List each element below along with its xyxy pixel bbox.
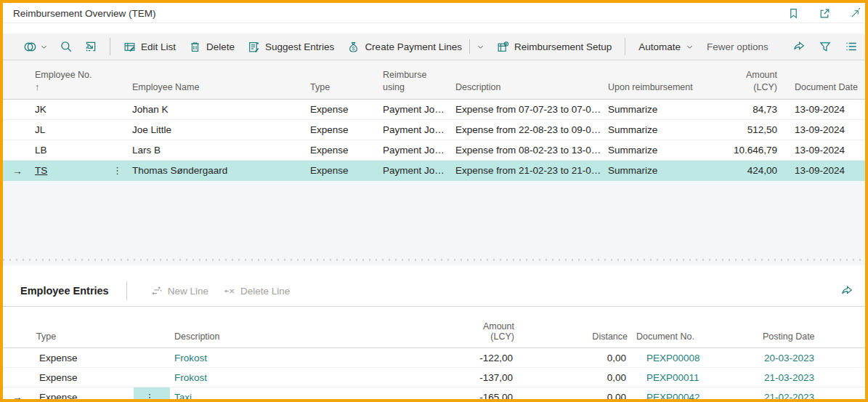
reimbursement-setup-button[interactable]: Reimbursement Setup bbox=[490, 36, 618, 57]
employee-no-link[interactable]: TS bbox=[35, 165, 47, 176]
row-menu-icon[interactable]: ⋮ bbox=[113, 165, 126, 176]
cell-document-date[interactable]: 13-09-2024 bbox=[783, 104, 863, 115]
cell-distance[interactable]: 0,00 bbox=[519, 372, 632, 383]
cell-employee-name[interactable]: Joe Little bbox=[129, 124, 307, 135]
cell-description[interactable]: Expense from 22-08-23 to 09-08-24 bbox=[453, 124, 605, 135]
reimbursement-overview-window: Reimbursement Overview (TEM) bbox=[0, 0, 868, 402]
entry-row-current[interactable]: → Expense ⋮ Taxi -165,00 0,00 PEXP00042 … bbox=[3, 387, 865, 402]
create-payment-lines-dropdown[interactable] bbox=[471, 39, 490, 55]
table-row[interactable]: LB Lars B Expense Payment Jour... Expens… bbox=[3, 140, 865, 161]
open-in-new-window-icon[interactable] bbox=[819, 7, 831, 20]
entry-row[interactable]: Expense Frokost -122,00 0,00 PEXP00008 2… bbox=[3, 348, 865, 368]
bookmark-icon[interactable] bbox=[787, 7, 800, 20]
header-description[interactable]: Description bbox=[170, 331, 453, 347]
header-document-date[interactable]: Document Date bbox=[783, 81, 863, 99]
share-icon[interactable] bbox=[792, 40, 806, 53]
cell-amount-lcy[interactable]: 424,00 bbox=[721, 165, 783, 176]
cell-employee-name[interactable]: Johan K bbox=[129, 104, 307, 115]
suggest-entries-button[interactable]: Suggest Entries bbox=[241, 36, 341, 57]
cell-employee-name[interactable]: Lars B bbox=[129, 145, 307, 156]
cell-employee-no[interactable]: TS ⋮ bbox=[32, 165, 129, 176]
cell-amount-lcy[interactable]: 10.646,79 bbox=[721, 145, 783, 156]
cell-type[interactable]: Expense bbox=[32, 392, 134, 402]
new-line-button[interactable]: New Line bbox=[143, 281, 216, 302]
cell-type[interactable]: Expense bbox=[307, 124, 380, 135]
cell-document-date[interactable]: 13-09-2024 bbox=[783, 145, 863, 156]
header-upon-reimbursement[interactable]: Upon reimbursement bbox=[605, 81, 721, 99]
cell-description-link[interactable]: Taxi bbox=[170, 392, 453, 402]
header-description[interactable]: Description bbox=[453, 81, 605, 99]
header-employee-name[interactable]: Employee Name bbox=[129, 81, 307, 99]
cell-document-no-link[interactable]: PEXP00042 bbox=[632, 392, 758, 402]
header-amount-lcy[interactable]: Amount (LCY) bbox=[721, 69, 783, 99]
cell-posting-date-link[interactable]: 21-02-2023 bbox=[758, 392, 863, 402]
edit-list-button[interactable]: Edit List bbox=[117, 36, 182, 57]
cell-amount-lcy[interactable]: -137,00 bbox=[453, 372, 519, 383]
list-options-icon[interactable] bbox=[845, 40, 858, 53]
header-document-no[interactable]: Document No. bbox=[632, 331, 758, 347]
cell-employee-name[interactable]: Thomas Søndergaard bbox=[129, 165, 307, 176]
cell-description[interactable]: Expense from 07-07-23 to 07-07-23 bbox=[453, 104, 605, 115]
header-type[interactable]: Type bbox=[32, 331, 134, 347]
cell-description[interactable]: Expense from 21-02-23 to 21-03-23 bbox=[453, 165, 605, 176]
header-reimburse-using[interactable]: Reimburse using bbox=[380, 69, 453, 99]
cell-amount-lcy[interactable]: -165,00 bbox=[453, 392, 519, 402]
cell-reimburse-using[interactable]: Payment Jour... bbox=[380, 104, 453, 115]
cell-amount-lcy[interactable]: 84,73 bbox=[721, 104, 783, 115]
current-row-marker: → bbox=[3, 165, 32, 177]
cell-upon-reimbursement[interactable]: Summarize bbox=[605, 124, 721, 135]
cell-type[interactable]: Expense bbox=[307, 165, 380, 176]
cell-employee-no[interactable]: LB bbox=[32, 145, 129, 156]
table-row[interactable]: JK Johan K Expense Payment Jour... Expen… bbox=[3, 100, 865, 120]
cell-reimburse-using[interactable]: Payment Jour... bbox=[380, 124, 453, 135]
filter-icon[interactable] bbox=[819, 40, 832, 53]
header-posting-date[interactable]: Posting Date bbox=[758, 331, 863, 347]
cell-amount-lcy[interactable]: 512,50 bbox=[721, 124, 783, 135]
cell-upon-reimbursement[interactable]: Summarize bbox=[605, 165, 721, 176]
cell-type[interactable]: Expense bbox=[307, 145, 380, 156]
cell-distance[interactable]: 0,00 bbox=[519, 353, 632, 363]
cell-reimburse-using[interactable]: Payment Jour... bbox=[380, 145, 453, 156]
cell-amount-lcy[interactable]: -122,00 bbox=[453, 353, 519, 363]
cell-employee-no[interactable]: JL bbox=[32, 124, 129, 135]
cell-description[interactable]: Expense from 08-02-23 to 13-09-24 bbox=[453, 145, 605, 156]
switch-view-button[interactable] bbox=[17, 36, 54, 58]
employee-entries-header: Employee Entries New Line Delete Line bbox=[3, 265, 865, 307]
table-row[interactable]: JL Joe Little Expense Payment Jour... Ex… bbox=[3, 120, 865, 140]
fewer-options-button[interactable]: Fewer options bbox=[700, 37, 775, 57]
cell-posting-date-link[interactable]: 21-03-2023 bbox=[758, 372, 863, 383]
cell-document-date[interactable]: 13-09-2024 bbox=[783, 124, 863, 135]
cell-distance[interactable]: 0,00 bbox=[519, 392, 632, 402]
cell-description-link[interactable]: Frokost bbox=[170, 372, 453, 383]
create-payment-lines-button[interactable]: Create Payment Lines bbox=[341, 36, 469, 57]
cell-document-no-link[interactable]: PEXP00011 bbox=[632, 372, 758, 383]
automate-label: Automate bbox=[638, 41, 681, 52]
search-button[interactable] bbox=[54, 36, 78, 57]
cell-employee-no[interactable]: JK bbox=[32, 104, 129, 115]
cell-upon-reimbursement[interactable]: Summarize bbox=[605, 145, 721, 156]
delete-line-button[interactable]: Delete Line bbox=[216, 281, 297, 302]
analysis-mode-button[interactable] bbox=[78, 36, 103, 57]
cell-type[interactable]: Expense bbox=[307, 104, 380, 115]
cell-document-no-link[interactable]: PEXP00008 bbox=[632, 353, 758, 363]
cell-type[interactable]: Expense bbox=[32, 372, 134, 383]
cell-document-date[interactable]: 13-09-2024 bbox=[783, 165, 863, 176]
header-amount-lcy[interactable]: Amount (LCY) bbox=[453, 321, 519, 347]
cell-type[interactable]: Expense bbox=[32, 353, 134, 363]
cell-reimburse-using[interactable]: Payment Jour... bbox=[380, 165, 453, 176]
automate-button[interactable]: Automate bbox=[632, 37, 700, 57]
delete-button[interactable]: Delete bbox=[182, 36, 241, 57]
header-employee-no[interactable]: Employee No. ↑ bbox=[32, 69, 129, 99]
cell-upon-reimbursement[interactable]: Summarize bbox=[605, 104, 721, 115]
cell-description-link[interactable]: Frokost bbox=[170, 353, 453, 363]
header-indicator-col bbox=[3, 342, 32, 347]
share-icon[interactable] bbox=[840, 284, 853, 297]
cell-posting-date-link[interactable]: 20-03-2023 bbox=[758, 353, 863, 363]
table-row-selected[interactable]: → TS ⋮ Thomas Søndergaard Expense Paymen… bbox=[3, 161, 865, 181]
row-menu-icon[interactable]: ⋮ bbox=[134, 387, 170, 402]
header-type[interactable]: Type bbox=[307, 81, 380, 99]
header-distance[interactable]: Distance bbox=[519, 331, 632, 347]
collapse-pane-icon[interactable] bbox=[850, 8, 861, 19]
delete-line-icon bbox=[223, 285, 235, 297]
entry-row[interactable]: Expense Frokost -137,00 0,00 PEXP00011 2… bbox=[3, 368, 865, 387]
